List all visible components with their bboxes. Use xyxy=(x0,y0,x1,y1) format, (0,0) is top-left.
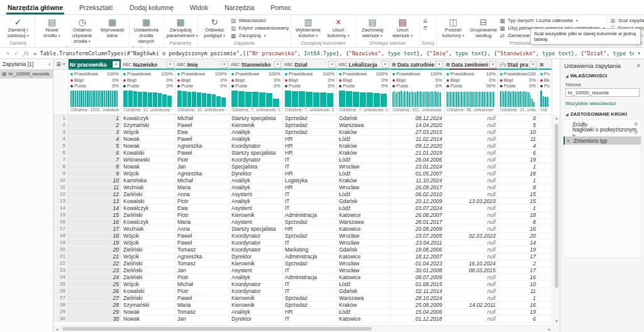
grid-cell[interactable]: Woźniak xyxy=(121,226,175,232)
grid-cell[interactable]: null xyxy=(445,191,498,197)
grid-cell[interactable]: Administracja xyxy=(283,253,337,260)
grid-cell[interactable]: Sprzedaż xyxy=(283,122,337,128)
grid-cell[interactable]: Ewa xyxy=(175,129,230,135)
column-header-stanowisko[interactable]: ABCStanowisko▾ xyxy=(230,59,283,70)
query-name-input[interactable] xyxy=(565,88,640,97)
grid-cell[interactable]: Wrocław xyxy=(337,233,391,239)
grid-cell[interactable]: 1 xyxy=(69,115,121,121)
grid-cell[interactable]: Koordynator xyxy=(230,246,283,253)
gear-icon[interactable]: ⚙ xyxy=(634,130,638,135)
grid-cell[interactable]: null xyxy=(445,170,498,177)
grid-cell[interactable]: Sprzedaż xyxy=(283,233,337,239)
grid-cell[interactable]: 19 xyxy=(498,157,538,163)
grid-cell[interactable] xyxy=(538,205,552,211)
grid-cell[interactable] xyxy=(538,240,552,246)
scroll-left-icon[interactable]: ◂ xyxy=(53,326,60,332)
grid-cell[interactable]: 24 xyxy=(69,274,121,280)
grid-cell[interactable]: Zieliński xyxy=(121,274,175,280)
grid-cell[interactable]: Kamińska xyxy=(121,177,175,184)
ribbon-button-scal-zapytania[interactable]: ⊞Scal zapytania▾ xyxy=(609,17,644,25)
filter-dropdown-button[interactable]: ▾ xyxy=(167,61,174,68)
grid-cell[interactable]: Piotr xyxy=(175,288,230,294)
grid-cell[interactable]: Analityk xyxy=(230,274,283,280)
scroll-right-icon[interactable]: ▸ xyxy=(546,326,553,332)
grid-cell[interactable] xyxy=(538,309,552,315)
grid-cell[interactable]: Michał xyxy=(175,281,230,287)
grid-cell[interactable]: Sprzedaż xyxy=(283,260,337,267)
grid-cell[interactable]: Łódź xyxy=(337,170,391,177)
grid-cell[interactable]: IT xyxy=(283,281,337,287)
grid-cell[interactable]: null xyxy=(445,274,498,280)
applied-steps-section-header[interactable]: ◢ZASTOSOWANE KROKI xyxy=(560,110,644,118)
grid-cell[interactable]: Sprzedaż xyxy=(283,219,337,225)
grid-cell[interactable]: Katowice xyxy=(337,316,391,322)
grid-cell[interactable]: null xyxy=(445,240,498,246)
applied-step-zmieniono-typ[interactable]: ×Zmieniono typ xyxy=(564,136,641,145)
grid-cell[interactable]: HR xyxy=(283,150,337,156)
grid-cell[interactable]: 06.02.2010 xyxy=(391,191,445,197)
grid-cell[interactable]: Woźniak xyxy=(121,184,175,191)
grid-cell[interactable]: Starszy specjalista xyxy=(230,150,283,156)
grid-cell[interactable] xyxy=(538,122,552,128)
ribbon-button-edytor-zaawansowany[interactable]: ▥Edytor zaawansowany xyxy=(230,25,289,32)
column-header-nr-pracownika[interactable]: Nr pracownika▾ xyxy=(69,59,121,70)
grid-cell[interactable]: 28 xyxy=(69,302,121,308)
grid-cell[interactable]: null xyxy=(445,150,498,156)
grid-cell[interactable]: 17 xyxy=(69,226,121,232)
grid-cell[interactable]: Logistyka xyxy=(283,177,337,184)
grid-cell[interactable]: 01.05.2007 xyxy=(391,170,445,177)
grid-cell[interactable]: Gdańsk xyxy=(337,115,391,121)
grid-cell[interactable]: Analityk xyxy=(230,309,283,315)
grid-cell[interactable]: 08.12.2024 xyxy=(391,115,445,121)
grid-cell[interactable]: 23.07.2005 xyxy=(391,233,445,239)
grid-cell[interactable]: Zieliński xyxy=(121,212,175,218)
grid-cell[interactable]: Jan xyxy=(175,316,230,322)
grid-cell[interactable]: 26.09.2017 xyxy=(391,184,445,191)
grid-cell[interactable]: Kowalczyk xyxy=(121,115,175,121)
filter-dropdown-button[interactable]: ▾ xyxy=(328,61,335,68)
delete-step-icon[interactable]: × xyxy=(567,138,570,143)
grid-cell[interactable]: Starszy specjalista xyxy=(230,115,283,121)
grid-cell[interactable]: Analityk xyxy=(230,198,283,204)
grid-cell[interactable]: null xyxy=(445,129,498,135)
grid-cell[interactable]: HR xyxy=(283,309,337,315)
grid-cell[interactable]: Tomasz xyxy=(175,260,230,267)
grid-cell[interactable]: Wrocław xyxy=(337,260,391,267)
grid-cell[interactable]: 08.07.2009 xyxy=(391,274,445,280)
grid-cell[interactable]: 6 xyxy=(498,150,538,156)
grid-cell[interactable]: null xyxy=(445,246,498,253)
grid-cell[interactable] xyxy=(538,198,552,204)
grid-cell[interactable]: 4 xyxy=(69,136,121,142)
grid-cell[interactable]: 22 xyxy=(69,260,121,267)
grid-cell[interactable]: Zieliński xyxy=(121,260,175,267)
horizontal-scroll-thumb[interactable] xyxy=(62,327,372,331)
grid-cell[interactable]: 19 xyxy=(498,246,538,253)
ribbon-tab-dodaj-kolumnę[interactable]: Dodaj kolumnę xyxy=(128,1,175,14)
grid-cell[interactable]: 26.04.2006 xyxy=(391,157,445,163)
ribbon-button-usuń-kolumny[interactable]: ×Usuń kolumny▾ xyxy=(324,16,353,39)
grid-cell[interactable]: 11 xyxy=(69,184,121,191)
grid-cell[interactable]: Michał xyxy=(175,177,230,184)
grid-cell[interactable]: 29 xyxy=(69,309,121,315)
properties-section-header[interactable]: ◢WŁAŚCIWOŚCI xyxy=(560,72,644,80)
ribbon-button-zachowaj-wiersze[interactable]: ▤Zachowaj wiersze▾ xyxy=(358,16,387,39)
grid-cell[interactable]: 19 xyxy=(498,309,538,315)
grid-cell[interactable]: 15 xyxy=(498,191,538,197)
grid-cell[interactable]: Katowice xyxy=(337,253,391,260)
grid-cell[interactable]: Dyrektor xyxy=(230,253,283,260)
grid-cell[interactable]: Tomasz xyxy=(175,309,230,315)
grid-cell[interactable]: Paweł xyxy=(175,295,230,301)
grid-cell[interactable]: 03.07.2024 xyxy=(391,205,445,211)
grid-cell[interactable]: Dyrektor xyxy=(230,316,283,322)
grid-cell[interactable] xyxy=(538,157,552,163)
grid-cell[interactable]: 6 xyxy=(69,150,121,156)
grid-cell[interactable]: Gdańsk xyxy=(337,288,391,294)
grid-cell[interactable]: Tomasz xyxy=(175,246,230,253)
grid-cell[interactable]: Kraków xyxy=(337,150,391,156)
grid-cell[interactable]: IT xyxy=(283,191,337,197)
grid-cell[interactable] xyxy=(538,136,552,142)
grid-cell[interactable]: Zieliński xyxy=(121,267,175,274)
grid-cell[interactable]: Katowice xyxy=(337,226,391,232)
grid-cell[interactable] xyxy=(538,150,552,156)
grid-cell[interactable]: Piotr xyxy=(175,198,230,204)
